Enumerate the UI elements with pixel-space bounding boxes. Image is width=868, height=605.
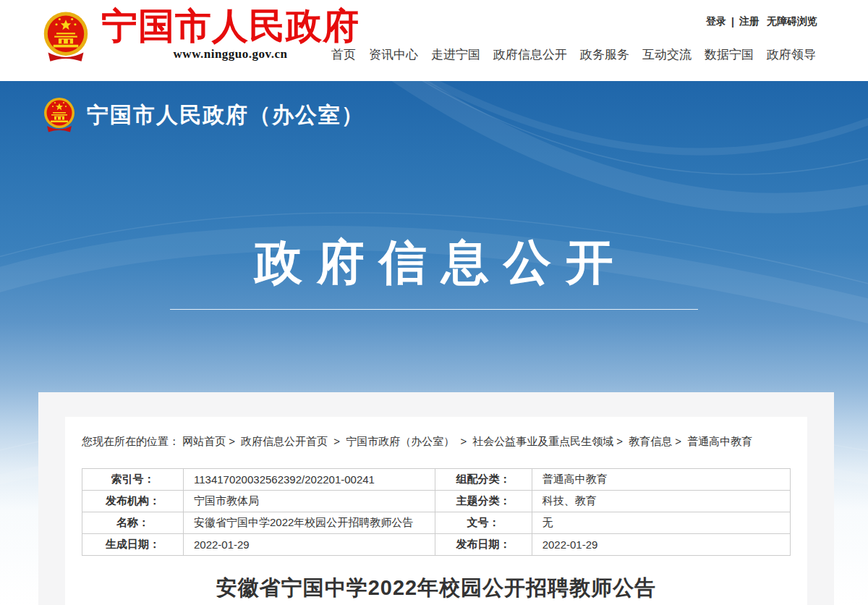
meta-value-created-date: 2022-01-29 [183,534,435,556]
register-link[interactable]: 注册 [739,15,760,28]
nav-item-gov-leaders[interactable]: 政府领导 [767,46,816,63]
main-nav: 首页 资讯中心 走进宁国 政府信息公开 政务服务 互动交流 数据宁国 政府领导 [331,46,816,63]
nav-item-info-disclosure[interactable]: 政府信息公开 [493,46,567,63]
meta-label-group-category: 组配分类： [435,469,532,491]
breadcrumb-item-high-school-education[interactable]: 普通高中教育 [687,435,752,447]
section-title: 政府信息公开 [0,230,868,295]
meta-label-doc-number: 文号： [435,512,532,534]
table-row: 生成日期： 2022-01-29 发布日期： 2022-01-29 [82,534,791,556]
accessibility-link[interactable]: 无障碍浏览 [767,15,817,28]
breadcrumb-prefix: 您现在所在的位置： [82,435,179,447]
breadcrumb-separator: > [616,435,623,447]
meta-value-index-number: 113417020032562392/202201-00241 [183,469,435,491]
account-links: 登录 | 注册 无障碍浏览 [706,15,817,28]
content-panel: 您现在所在的位置： 网站首页> 政府信息公开首页 > 宁国市政府（办公室） > … [65,417,807,605]
login-link[interactable]: 登录 [706,15,726,28]
nav-item-home[interactable]: 首页 [331,46,356,63]
hero-banner: 宁国市人民政府（办公室） 政府信息公开 您现在所在的位置： 网站首页> 政府信息… [0,81,868,605]
meta-value-theme-category: 科技、教育 [532,491,790,512]
national-emblem-icon [40,7,92,67]
nav-item-interaction[interactable]: 互动交流 [642,46,692,63]
breadcrumb-item-home[interactable]: 网站首页 [182,435,226,447]
nav-item-data-ningguo[interactable]: 数据宁国 [705,46,754,63]
nav-item-about-ningguo[interactable]: 走进宁国 [431,46,480,63]
national-emblem-icon [41,95,77,135]
breadcrumb: 您现在所在的位置： 网站首页> 政府信息公开首页 > 宁国市政府（办公室） > … [82,435,791,449]
meta-value-publish-date: 2022-01-29 [532,534,790,556]
meta-value-doc-number: 无 [532,512,790,534]
office-header: 宁国市人民政府（办公室） [41,95,365,135]
meta-value-group-category: 普通高中教育 [532,469,790,491]
site-url: www.ningguo.gov.cn [174,47,288,62]
content-card: 您现在所在的位置： 网站首页> 政府信息公开首页 > 宁国市政府（办公室） > … [38,392,834,605]
article-title: 安徽省宁国中学2022年校园公开招聘教师公告 [82,574,791,603]
nav-item-gov-services[interactable]: 政务服务 [580,46,629,63]
account-divider: | [731,16,734,28]
breadcrumb-item-public-welfare[interactable]: 社会公益事业及重点民生领域 [472,435,613,447]
breadcrumb-item-education-info[interactable]: 教育信息 [629,435,672,447]
site-brand[interactable]: 宁国市人民政府 www.ningguo.gov.cn [40,7,359,67]
meta-label-theme-category: 主题分类： [435,491,532,512]
top-header: 宁国市人民政府 www.ningguo.gov.cn 登录 | 注册 无障碍浏览… [0,0,868,81]
table-row: 发布机构： 宁国市教体局 主题分类： 科技、教育 [82,491,791,512]
table-row: 名称： 安徽省宁国中学2022年校园公开招聘教师公告 文号： 无 [82,512,791,534]
breadcrumb-separator: > [460,435,467,447]
title-divider [170,309,698,310]
meta-value-name: 安徽省宁国中学2022年校园公开招聘教师公告 [183,512,435,534]
breadcrumb-item-disclosure-home[interactable]: 政府信息公开首页 [241,435,328,447]
meta-label-publish-date: 发布日期： [435,534,532,556]
meta-label-index-number: 索引号： [82,469,184,491]
breadcrumb-separator: > [675,435,681,447]
meta-label-created-date: 生成日期： [82,534,184,556]
breadcrumb-item-office[interactable]: 宁国市政府（办公室） [346,435,454,447]
breadcrumb-separator: > [229,435,235,447]
meta-label-issuing-agency: 发布机构： [82,491,184,512]
nav-item-news-center[interactable]: 资讯中心 [369,46,418,63]
office-title[interactable]: 宁国市人民政府（办公室） [87,101,365,130]
meta-label-name: 名称： [82,512,184,534]
table-row: 索引号： 113417020032562392/202201-00241 组配分… [82,469,791,491]
site-name: 宁国市人民政府 [101,7,359,45]
meta-value-issuing-agency: 宁国市教体局 [183,491,435,512]
document-meta-table: 索引号： 113417020032562392/202201-00241 组配分… [82,468,791,556]
breadcrumb-separator: > [333,435,340,447]
